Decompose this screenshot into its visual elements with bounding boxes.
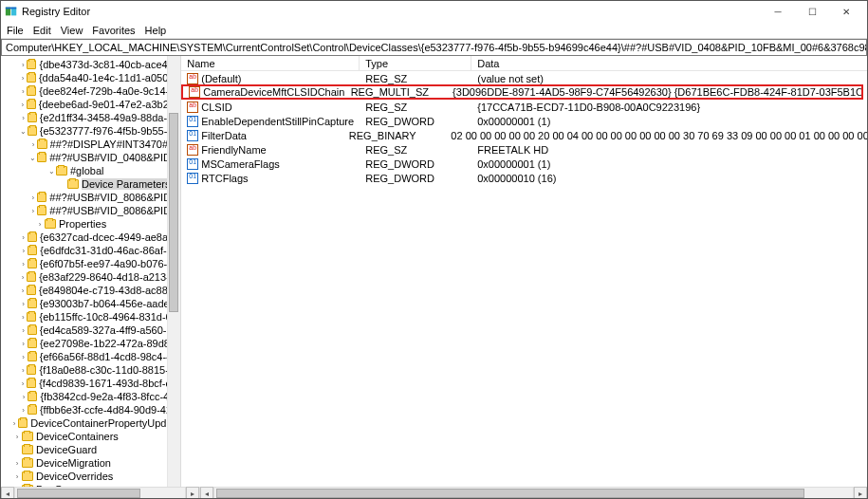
scroll-right-icon[interactable]: ▸ bbox=[854, 487, 867, 499]
maximize-button[interactable]: ☐ bbox=[795, 2, 829, 21]
scroll-left-icon[interactable]: ◂ bbox=[1, 487, 14, 499]
chevron-right-icon[interactable]: › bbox=[20, 246, 28, 255]
folder-icon bbox=[22, 458, 33, 468]
chevron-down-icon[interactable]: ⌄ bbox=[29, 153, 37, 162]
col-name[interactable]: Name bbox=[181, 56, 360, 70]
scroll-right-icon[interactable]: ▸ bbox=[186, 487, 199, 499]
menu-file[interactable]: File bbox=[7, 25, 24, 36]
tree-item[interactable]: ›{deebe6ad-9e01-47e2-a3b2-a66aa2c0 bbox=[1, 98, 180, 111]
tree-item[interactable]: ›{f4cd9839-1671-493d-8bcf-c68693cac bbox=[1, 377, 180, 390]
chevron-right-icon[interactable]: › bbox=[19, 365, 27, 375]
tree-item[interactable]: ›{e6dfdc31-31d0-46ac-86af-da1ef85b bbox=[1, 244, 180, 257]
values-horizontal-scrollbar[interactable]: ◂ ▸ bbox=[200, 487, 867, 499]
chevron-right-icon[interactable]: › bbox=[20, 392, 28, 401]
tree-item[interactable]: ›{ed4ca589-327a-4ff9-a560-91da4b48 bbox=[1, 323, 180, 337]
value-row[interactable]: RTCFlagsREG_DWORD0x00000010 (16) bbox=[181, 171, 867, 185]
tree-item[interactable]: ⌄#global bbox=[1, 164, 180, 177]
chevron-right-icon[interactable]: › bbox=[20, 352, 28, 361]
menu-help[interactable]: Help bbox=[145, 25, 167, 36]
tree-item[interactable]: ›##?#USB#VID_8086&PID_0A66& bbox=[1, 204, 180, 217]
chevron-right-icon[interactable]: › bbox=[19, 100, 27, 109]
tree-item[interactable]: ›DeviceMigration bbox=[1, 456, 180, 470]
chevron-right-icon[interactable]: › bbox=[20, 325, 28, 335]
chevron-right-icon[interactable]: › bbox=[19, 259, 27, 268]
tree-vertical-scrollbar[interactable] bbox=[167, 56, 180, 487]
chevron-down-icon[interactable]: ⌄ bbox=[19, 126, 27, 136]
tree-item[interactable]: Device Parameters bbox=[1, 177, 180, 191]
tree-item-label: Device Parameters bbox=[82, 178, 171, 190]
chevron-right-icon[interactable]: › bbox=[12, 458, 22, 468]
chevron-right-icon[interactable]: › bbox=[12, 471, 22, 481]
chevron-right-icon[interactable]: › bbox=[20, 113, 28, 122]
minimize-button[interactable]: ─ bbox=[761, 2, 795, 21]
tree-item[interactable]: ›Properties bbox=[1, 217, 180, 231]
chevron-right-icon[interactable]: › bbox=[12, 432, 22, 441]
tree-item[interactable]: ›{dee824ef-729b-4a0e-9c14-b7117d33 bbox=[1, 84, 180, 98]
folder-icon bbox=[27, 365, 36, 375]
col-data[interactable]: Data bbox=[471, 56, 867, 70]
tree-item[interactable]: ›{ee27098e-1b22-472a-89d8-5ccce16 bbox=[1, 337, 180, 350]
chevron-right-icon[interactable]: › bbox=[29, 139, 37, 149]
chevron-right-icon[interactable]: › bbox=[19, 299, 27, 308]
tree-item-label: {dbe4373d-3c81-40cb-ace4-e0e5d05f bbox=[39, 59, 180, 70]
tree-view[interactable]: ›{dbe4373d-3c81-40cb-ace4-e0e5d05f›{dda5… bbox=[1, 56, 180, 487]
tree-item[interactable]: ⌄{e5323777-f976-4f5b-9b55-b94699c4 bbox=[1, 124, 180, 138]
chevron-right-icon[interactable]: › bbox=[19, 60, 27, 69]
folder-icon bbox=[28, 232, 37, 242]
tree-item[interactable]: ›##?#USB#VID_8086&PID_0A66& bbox=[1, 191, 180, 204]
chevron-right-icon[interactable]: › bbox=[29, 193, 37, 202]
chevron-right-icon[interactable]: › bbox=[19, 312, 27, 322]
tree-item[interactable]: ›{dbe4373d-3c81-40cb-ace4-e0e5d05f bbox=[1, 58, 180, 71]
value-row[interactable]: (Default)REG_SZ(value not set) bbox=[181, 71, 867, 85]
chevron-right-icon[interactable]: › bbox=[35, 219, 45, 229]
chevron-right-icon[interactable]: › bbox=[19, 286, 27, 295]
value-row[interactable]: MSCameraFlagsREG_DWORD0x00000001 (1) bbox=[181, 157, 867, 171]
tree-item[interactable]: ›{e6327cad-dcec-4949-ae8a-991e976 bbox=[1, 231, 180, 244]
tree-item[interactable]: ›{e849804e-c719-43d8-ac88-96b894c1 bbox=[1, 284, 180, 297]
menu-favorites[interactable]: Favorites bbox=[92, 25, 135, 36]
tree-item[interactable]: ›DeviceContainerPropertyUpdateEvents bbox=[1, 416, 180, 430]
value-row[interactable]: EnableDependentStillPinCaptureREG_DWORD0… bbox=[181, 114, 867, 128]
tree-item[interactable]: ›{eb115ffc-10c8-4964-831d-6dcb02e6f bbox=[1, 310, 180, 323]
tree-item[interactable]: ›{e2d1ff34-3458-49a9-88da-8e6915ce bbox=[1, 111, 180, 124]
tree-item-label: DeviceContainerPropertyUpdateEvents bbox=[30, 417, 180, 429]
tree-item[interactable]: ›DeviceOverrides bbox=[1, 470, 180, 483]
chevron-right-icon[interactable]: › bbox=[29, 206, 37, 215]
chevron-right-icon[interactable]: › bbox=[19, 86, 27, 96]
tree-item[interactable]: ›{dda54a40-1e4c-11d1-a050-405705c1 bbox=[1, 71, 180, 84]
tree-horizontal-scrollbar[interactable]: ◂ ▸ bbox=[1, 487, 200, 499]
string-value-icon bbox=[187, 73, 198, 84]
tree-item[interactable]: ›##?#DISPLAY#INT3470#4&3499f bbox=[1, 138, 180, 151]
value-row[interactable]: CLSIDREG_SZ{17CCA71B-ECD7-11D0-B908-00A0… bbox=[181, 100, 867, 114]
chevron-right-icon[interactable]: › bbox=[20, 405, 28, 415]
chevron-right-icon[interactable]: › bbox=[19, 73, 27, 83]
tree-item[interactable]: ›{fb3842cd-9e2a-4f83-8fcc-4b076173 bbox=[1, 390, 180, 403]
menu-edit[interactable]: Edit bbox=[33, 25, 51, 36]
value-type: REG_SZ bbox=[360, 102, 471, 113]
value-row[interactable]: FriendlyNameREG_SZFREETALK HD bbox=[181, 142, 867, 157]
values-list[interactable]: (Default)REG_SZ(value not set)CameraDevi… bbox=[181, 71, 867, 185]
tree-item[interactable]: ›{e6f07b5f-ee97-4a90-b076-33f57bf4e bbox=[1, 257, 180, 270]
folder-icon bbox=[27, 86, 36, 96]
tree-item[interactable]: DeviceGuard bbox=[1, 443, 180, 456]
address-bar[interactable]: Computer\HKEY_LOCAL_MACHINE\SYSTEM\Curre… bbox=[1, 39, 867, 56]
chevron-right-icon[interactable]: › bbox=[19, 379, 27, 388]
value-row[interactable]: FilterDataREG_BINARY02 00 00 00 00 00 20… bbox=[181, 128, 867, 142]
tree-item[interactable]: ›{e93003b7-b064-456e-aade-5843344 bbox=[1, 297, 180, 310]
tree-item[interactable]: ›{f18a0e88-c30c-11d0-8815-00a0c906 bbox=[1, 363, 180, 377]
chevron-right-icon[interactable]: › bbox=[20, 339, 28, 348]
close-button[interactable]: ✕ bbox=[829, 2, 863, 21]
chevron-down-icon[interactable]: ⌄ bbox=[46, 166, 56, 176]
chevron-right-icon[interactable]: › bbox=[20, 232, 28, 242]
tree-item[interactable]: ›DeviceContainers bbox=[1, 430, 180, 443]
col-type[interactable]: Type bbox=[360, 56, 471, 70]
tree-item[interactable]: ⌄##?#USB#VID_0408&PID_10FB& bbox=[1, 151, 180, 164]
scroll-left-icon[interactable]: ◂ bbox=[200, 487, 213, 499]
tree-item[interactable]: ›{ef66a56f-88d1-4cd8-98c4-49faf57ad bbox=[1, 350, 180, 363]
menu-view[interactable]: View bbox=[61, 25, 83, 36]
value-row[interactable]: CameraDeviceMftCLSIDChainREG_MULTI_SZ{3D… bbox=[181, 84, 863, 100]
chevron-right-icon[interactable]: › bbox=[19, 272, 27, 282]
tree-item[interactable]: ›{e83af229-8640-4d18-a213-e22675eb bbox=[1, 270, 180, 284]
tree-item[interactable]: ›{ffbb6e3f-ccfe-4d84-90d9-421418b03 bbox=[1, 403, 180, 416]
chevron-right-icon[interactable]: › bbox=[10, 418, 18, 428]
